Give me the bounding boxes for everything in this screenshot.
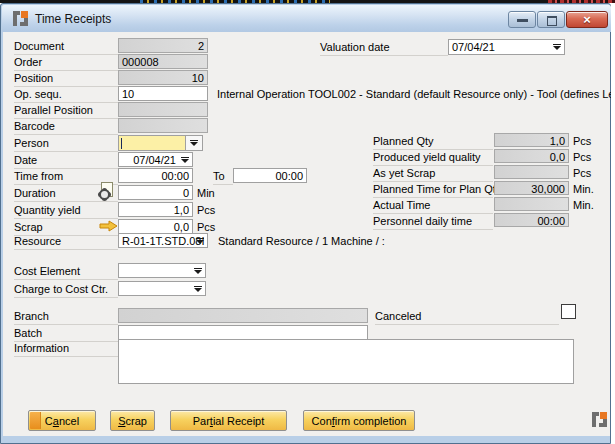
branch-label: Branch [14,310,118,325]
chevron-down-icon[interactable] [191,282,204,295]
order-field: 000008 [118,54,208,69]
confirm-completion-button[interactable]: Confirm completion [303,410,415,431]
duration-unit: Min [197,187,215,200]
duration-field[interactable]: 0 [118,185,193,200]
canceled-label: Canceled [375,310,559,325]
quantity-yield-unit: Pcs [197,204,215,217]
chevron-down-icon[interactable] [550,40,563,54]
batch-field[interactable] [118,325,368,340]
time-to-field[interactable]: 00:00 [233,168,307,183]
order-label: Order [14,56,118,71]
time-from-field[interactable]: 00:00 [118,168,193,183]
parallel-position-label: Parallel Position [14,104,118,119]
resource-label: Resource [14,235,118,250]
quantity-yield-field[interactable]: 1,0 [118,202,193,217]
op-sequ-label: Op. sequ. [14,88,118,103]
person-label: Person [14,137,118,152]
chevron-down-icon[interactable] [178,153,191,166]
charge-to-cost-ctr-label: Charge to Cost Ctr. [14,283,118,298]
operation-description: Internal Operation TOOL002 - Standard (d… [217,88,611,101]
op-sequ-field[interactable]: 10 [118,86,208,101]
valuation-date-field[interactable]: 07/04/21 [448,39,565,55]
scrap-field[interactable]: 0,0 [118,219,193,234]
date-field[interactable]: 07/04/21 [118,152,193,167]
window-title: Time Receipts [35,12,111,26]
planned-qty-label: Planned Qty [373,135,493,150]
resource-field[interactable]: R-01-1T.STD.08I [118,233,208,248]
maximize-button[interactable] [537,11,565,28]
charge-to-cost-ctr-field[interactable] [118,281,206,296]
personnel-daily-time-label: Personnel daily time [373,215,493,230]
valuation-date-label: Valuation date [320,41,448,56]
quantity-yield-label: Quantity yield [14,204,118,219]
link-arrow-icon[interactable] [99,220,118,232]
date-label: Date [14,154,118,169]
planned-time-for-plan-qty-label: Planned Time for Plan Qty [373,183,493,198]
cost-element-label: Cost Element [14,265,118,280]
text-caret [121,138,122,149]
default-button-stripe [30,412,41,429]
person-field[interactable] [118,135,203,151]
parallel-position-field [118,102,208,117]
produced-yield-quality-field: 0,0 [494,149,569,163]
branch-field [118,308,368,323]
close-icon: × [567,12,607,27]
close-button[interactable]: × [566,11,608,28]
as-yet-scrap-field [494,165,569,179]
time-to-label: To [213,170,233,185]
date-value: 07/04/21 [133,154,176,166]
maximize-icon [547,16,557,26]
barcode-label: Barcode [14,120,118,135]
cost-element-field[interactable] [118,263,206,278]
chevron-down-icon[interactable] [193,234,206,247]
chevron-down-icon[interactable] [185,136,202,150]
document-field: 2 [118,38,208,53]
actual-time-label: Actual Time [373,199,493,214]
cancel-button[interactable]: Cancel [28,410,96,431]
position-label: Position [14,72,118,87]
information-textarea[interactable] [118,339,574,384]
planned-qty-unit: Pcs [573,135,591,148]
personnel-daily-time-field: 00:00 [494,213,569,227]
busy-cursor-icon [99,182,115,200]
resource-description: Standard Resource / 1 Machine / : [218,235,518,248]
barcode-field [118,118,208,133]
as-yet-scrap-label: As yet Scrap [373,167,493,182]
actual-time-field [494,197,569,211]
scrap-button[interactable]: Scrap [110,410,155,431]
as-yet-scrap-unit: Pcs [573,167,591,180]
position-field: 10 [118,70,208,85]
batch-label: Batch [14,327,118,342]
planned-time-for-plan-qty-unit: Min. [573,183,594,196]
chevron-down-icon[interactable] [191,264,204,277]
produced-yield-quality-label: Produced yield quality [373,151,493,166]
partial-receipt-button[interactable]: Partial Receipt [170,410,287,431]
minimize-icon [517,19,528,22]
screen: Time Receipts × Document 2 Order 000008 … [0,0,615,444]
document-label: Document [14,40,118,55]
information-label: Information [14,342,118,357]
planned-time-for-plan-qty-field: 30,000 [494,181,569,195]
produced-yield-quality-unit: Pcs [573,151,591,164]
form-resize-grip[interactable] [592,412,607,427]
minimize-button[interactable] [508,11,536,28]
valuation-date-value: 07/04/21 [452,41,495,53]
canceled-checkbox[interactable] [561,304,576,319]
app-icon [13,11,28,26]
actual-time-unit: Min. [573,199,594,212]
planned-qty-field: 1,0 [494,133,569,147]
